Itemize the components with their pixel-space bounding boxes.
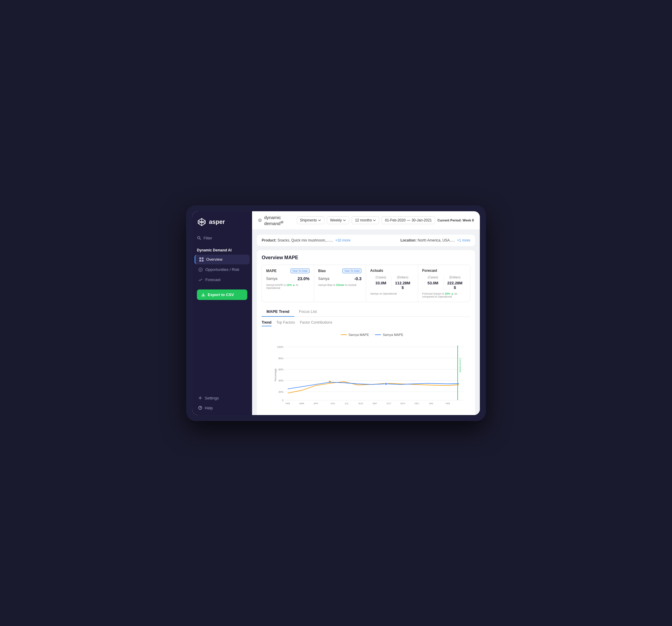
overview-card: Overview MAPE MAPE Year To Date Samya 23… [257, 250, 475, 415]
actuals-dollars-label: (Dollars) [394, 276, 411, 279]
bias-name: Samya [318, 276, 329, 281]
svg-text:JUL: JUL [345, 402, 349, 405]
forecast-dollars-value: 222.28M $ [446, 281, 463, 290]
period-label: Weekly [330, 218, 342, 222]
product-more-link[interactable]: +10 more [335, 238, 351, 242]
sidebar-nav: Overview Opportunities / Risk Forecast [192, 255, 252, 285]
mape-footer-highlight: 12% ▲ [287, 284, 295, 287]
svg-rect-4 [199, 260, 201, 262]
app-title: dynamic demandai [264, 215, 293, 226]
forecast-two-col: (Cases) 53.0M (Dollars) 222.28M $ [422, 276, 466, 290]
page-title: dynamic demandai [258, 215, 293, 226]
svg-text:FEB: FEB [286, 402, 290, 405]
mape-cell: MAPE Year To Date Samya 23.0% Samya MAPE… [262, 265, 314, 302]
sidebar-logo: asper [192, 211, 252, 233]
actuals-header: Actuals [370, 268, 414, 273]
actuals-dollars-col: (Dollars) 112.28M $ [392, 276, 413, 290]
product-filter: Product: Snacks, Quick mix mushroom,....… [262, 238, 351, 242]
logo-text: asper [209, 218, 225, 225]
sub-tab-top-factors[interactable]: Top Factors [277, 320, 295, 326]
export-label: Export to CSV [208, 292, 234, 297]
mape-header: MAPE Year To Date [266, 268, 310, 273]
bias-cell: Bias Year To Date Samya -0.3 Samya Bias … [314, 265, 366, 302]
top-bar: dynamic demandai Shipments Weekly [252, 211, 480, 230]
legend-orange-line [341, 334, 347, 335]
svg-text:APR: APR [313, 402, 318, 405]
sub-tab-trend[interactable]: Trend [262, 320, 271, 326]
svg-text:80%: 80% [279, 357, 284, 360]
svg-text:Percentage: Percentage [274, 368, 277, 381]
opportunities-label: Opportunities / Risk [205, 267, 239, 272]
range-label: 12 months [355, 218, 372, 222]
settings-item[interactable]: Settings [194, 393, 250, 403]
legend-orange-label: Samya MAPE [349, 333, 369, 337]
svg-text:SEP: SEP [373, 402, 377, 405]
search-icon [197, 236, 201, 240]
filter-button[interactable]: Filter [192, 233, 252, 243]
svg-text:MAR: MAR [299, 402, 304, 405]
actuals-cell: Actuals (Cases) 33.0M (Dollars) 112.28M … [366, 265, 418, 302]
svg-text:NOV: NOV [401, 402, 405, 405]
forecast-footer: Forecast impact is 20% ▲ as compared to … [422, 292, 466, 298]
chevron-down-icon-3 [373, 219, 376, 221]
product-value: Snacks, Quick mix mushroom,....... [278, 238, 333, 242]
metrics-grid: MAPE Year To Date Samya 23.0% Samya MAPE… [262, 265, 470, 302]
sidebar-item-opportunities[interactable]: Opportunities / Risk [194, 265, 250, 274]
legend-blue-label: Samya MAPE [383, 333, 403, 337]
legend-blue-line [375, 334, 381, 335]
sub-tab-factor-contributions[interactable]: Factor Contributions [300, 320, 332, 326]
actuals-two-col: (Cases) 33.0M (Dollars) 112.28M $ [370, 276, 414, 290]
svg-rect-3 [202, 258, 203, 259]
legend-orange: Samya MAPE [341, 333, 369, 337]
actuals-cases-col: (Cases) 33.0M [370, 276, 392, 290]
svg-text:40%: 40% [279, 379, 284, 382]
tab-mape-trend[interactable]: MAPE Trend [262, 307, 294, 317]
svg-text:100%: 100% [277, 345, 284, 348]
dynamic-demand-icon [258, 218, 262, 223]
svg-text:OCT: OCT [386, 402, 391, 405]
forecast-cases-col: (Cases) 53.0M [422, 276, 444, 290]
mape-value: 23.0% [298, 276, 310, 281]
main-tab-list: MAPE Trend Focus List [262, 307, 470, 317]
sidebar: asper Filter Dynamic Demand AI [192, 211, 252, 415]
sidebar-item-forecast[interactable]: Forecast [194, 275, 250, 285]
location-more-link[interactable]: +1 more [457, 238, 470, 242]
period-dropdown[interactable]: Weekly [327, 216, 349, 224]
forecast-dollars-col: (Dollars) 222.28M $ [444, 276, 466, 290]
export-csv-button[interactable]: Export to CSV [197, 289, 247, 300]
location-filter: Location: North America, USA..... +1 mor… [401, 238, 470, 242]
svg-text:20%: 20% [279, 390, 284, 393]
svg-text:JUN: JUN [331, 402, 335, 405]
mape-badge: Year To Date [290, 268, 310, 273]
range-dropdown[interactable]: 12 months [352, 216, 379, 224]
chevron-down-icon-2 [343, 219, 346, 221]
bias-badge: Year To Date [342, 268, 361, 273]
svg-rect-5 [202, 260, 203, 262]
overview-label: Overview [206, 257, 222, 262]
forecast-cases-value: 53.0M [425, 281, 441, 285]
svg-point-9 [200, 408, 200, 409]
asper-logo-icon [197, 217, 207, 227]
content-area: Product: Snacks, Quick mix mushroom,....… [252, 230, 480, 415]
date-range: 01-Feb-2020 — 30-Jan-2021 [382, 216, 435, 224]
device-frame: asper Filter Dynamic Demand AI [186, 205, 486, 421]
product-label: Product: [262, 238, 277, 242]
date-separator: — [407, 218, 410, 222]
forecast-cases-label: (Cases) [425, 276, 441, 279]
forecast-cell: Forecast (Cases) 53.0M (Dollars) 222.28M… [418, 265, 470, 302]
svg-point-7 [200, 398, 201, 399]
opportunities-icon [198, 267, 203, 272]
title-sup: ai [281, 220, 284, 224]
bias-footer: Samya Bias is Closer to neutral [318, 284, 362, 287]
help-item[interactable]: Help [194, 403, 250, 413]
forecast-icon [198, 278, 203, 282]
current-period: Current Period: Week 8 [438, 218, 474, 222]
svg-text:60%: 60% [279, 368, 284, 371]
help-icon [198, 406, 202, 410]
svg-text:DEC: DEC [414, 402, 419, 405]
main-content: dynamic demandai Shipments Weekly [252, 211, 480, 415]
tab-focus-list[interactable]: Focus List [294, 307, 321, 317]
metric-dropdown[interactable]: Shipments [297, 216, 325, 224]
mape-name: Samya [266, 276, 277, 281]
sidebar-item-overview[interactable]: Overview [194, 255, 250, 264]
